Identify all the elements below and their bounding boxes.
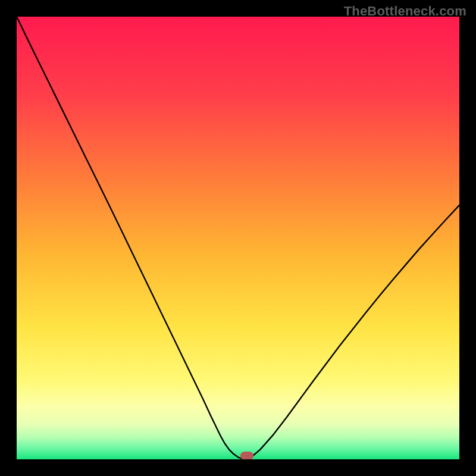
watermark-text: TheBottleneck.com	[344, 4, 466, 19]
bottleneck-curve	[17, 17, 459, 459]
chart-frame: TheBottleneck.com	[0, 0, 476, 476]
plot-area	[17, 17, 459, 459]
optimal-marker	[240, 452, 253, 459]
